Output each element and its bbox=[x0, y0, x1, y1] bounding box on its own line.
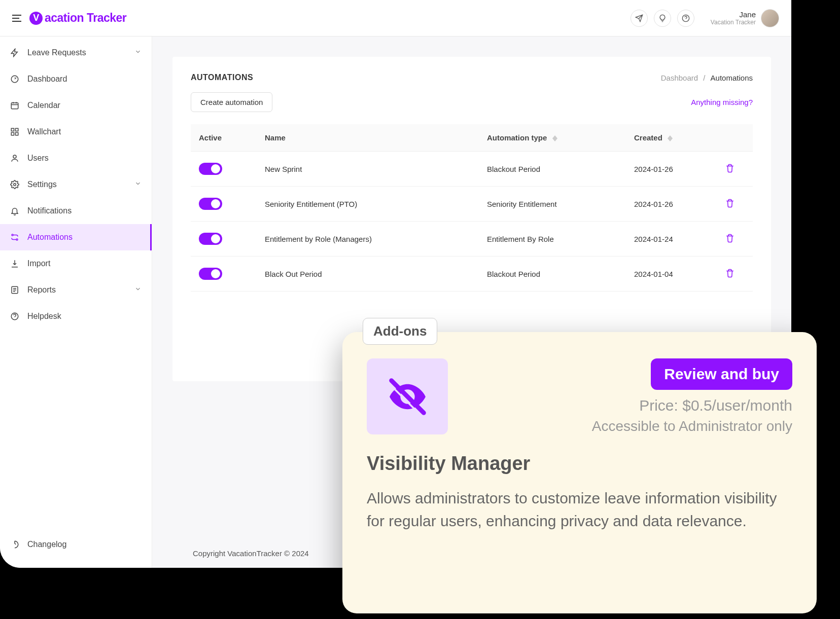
sidebar-item-import[interactable]: Import bbox=[0, 250, 152, 277]
delete-button[interactable] bbox=[725, 271, 734, 279]
active-toggle[interactable] bbox=[199, 163, 222, 175]
menu-toggle-button[interactable] bbox=[12, 13, 22, 23]
addon-icon-box bbox=[367, 358, 448, 434]
sidebar-item-label: Dashboard bbox=[27, 75, 67, 84]
sort-icon bbox=[552, 135, 557, 141]
sidebar-item-calendar[interactable]: Calendar bbox=[0, 92, 152, 119]
chevron-down-icon bbox=[134, 48, 142, 57]
page-title: AUTOMATIONS bbox=[191, 73, 253, 82]
bulb-icon bbox=[658, 14, 667, 22]
sidebar-item-automations[interactable]: Automations bbox=[0, 224, 152, 250]
svg-point-8 bbox=[14, 184, 16, 186]
table-row: New SprintBlackout Period2024-01-26 bbox=[191, 152, 753, 187]
sidebar-item-helpdesk[interactable]: Helpdesk bbox=[0, 303, 152, 330]
avatar bbox=[761, 9, 779, 27]
lightning-icon bbox=[10, 48, 19, 57]
sidebar-item-label: Users bbox=[27, 154, 49, 163]
help-button[interactable] bbox=[677, 10, 694, 27]
anything-missing-link[interactable]: Anything missing? bbox=[691, 98, 753, 106]
nav-list: Leave Requests Dashboard Calendar Wallch… bbox=[0, 37, 152, 526]
trash-icon bbox=[725, 164, 734, 173]
idea-button[interactable] bbox=[654, 10, 671, 27]
sidebar-item-dashboard[interactable]: Dashboard bbox=[0, 66, 152, 92]
sidebar-item-label: Calendar bbox=[27, 101, 60, 110]
sidebar-item-label: Reports bbox=[27, 285, 56, 295]
brand-logo[interactable]: Vacation Tracker bbox=[29, 11, 126, 25]
cell-name: Black Out Period bbox=[257, 257, 479, 292]
bell-icon bbox=[10, 206, 19, 215]
th-name[interactable]: Name bbox=[257, 124, 479, 152]
addon-card: Add-ons Review and buy Price: $0.5/user/… bbox=[342, 332, 817, 613]
cell-created: 2024-01-26 bbox=[626, 187, 717, 222]
sidebar-item-users[interactable]: Users bbox=[0, 145, 152, 171]
active-toggle[interactable] bbox=[199, 268, 222, 280]
create-automation-button[interactable]: Create automation bbox=[191, 92, 272, 112]
sidebar-item-notifications[interactable]: Notifications bbox=[0, 198, 152, 224]
review-and-buy-button[interactable]: Review and buy bbox=[651, 358, 792, 390]
cell-created: 2024-01-24 bbox=[626, 222, 717, 257]
cell-type: Blackout Period bbox=[479, 257, 626, 292]
sidebar-item-label: Wallchart bbox=[27, 127, 61, 136]
svg-point-9 bbox=[12, 234, 13, 236]
sidebar-item-leave-requests[interactable]: Leave Requests bbox=[0, 40, 152, 66]
breadcrumb-root[interactable]: Dashboard bbox=[661, 74, 698, 82]
table-row: Seniority Entitlement (PTO)Seniority Ent… bbox=[191, 187, 753, 222]
addon-description: Allows administrators to customize leave… bbox=[367, 487, 792, 532]
cell-name: Entitlement by Role (Managers) bbox=[257, 222, 479, 257]
gear-icon bbox=[10, 180, 19, 189]
gauge-icon bbox=[10, 75, 19, 84]
delete-button[interactable] bbox=[725, 201, 734, 209]
addon-price: Price: $0.5/user/month bbox=[592, 397, 792, 414]
table-row: Black Out PeriodBlackout Period2024-01-0… bbox=[191, 257, 753, 292]
sidebar-item-changelog[interactable]: Changelog bbox=[0, 531, 152, 558]
paper-plane-icon bbox=[635, 14, 643, 22]
sort-icon bbox=[668, 135, 673, 141]
addon-title: Visibility Manager bbox=[367, 453, 792, 475]
th-active[interactable]: Active bbox=[191, 124, 257, 152]
addon-access: Accessible to Administrator only bbox=[592, 418, 792, 434]
th-created[interactable]: Created bbox=[626, 124, 717, 152]
sidebar-item-label: Leave Requests bbox=[27, 48, 86, 57]
svg-rect-3 bbox=[11, 128, 14, 131]
th-type[interactable]: Automation type bbox=[479, 124, 626, 152]
eye-off-icon bbox=[386, 375, 429, 418]
user-subtitle: Vacation Tracker bbox=[711, 19, 756, 26]
brand-text: acation Tracker bbox=[45, 11, 126, 25]
table-row: Entitlement by Role (Managers)Entitlemen… bbox=[191, 222, 753, 257]
helpdesk-icon bbox=[10, 312, 19, 321]
delete-button[interactable] bbox=[725, 236, 734, 244]
grid-icon bbox=[10, 127, 19, 136]
sidebar-item-label: Notifications bbox=[27, 206, 72, 215]
sidebar-item-settings[interactable]: Settings bbox=[0, 171, 152, 198]
sidebar-item-label: Changelog bbox=[27, 540, 66, 549]
sidebar-item-label: Helpdesk bbox=[27, 312, 61, 321]
logo-badge-icon: V bbox=[29, 12, 43, 25]
cell-type: Seniority Entitlement bbox=[479, 187, 626, 222]
user-menu[interactable]: Jane Vacation Tracker bbox=[711, 9, 779, 27]
user-name: Jane bbox=[711, 10, 756, 19]
svg-point-7 bbox=[13, 155, 16, 158]
changelog-icon bbox=[10, 540, 19, 549]
sidebar-item-label: Settings bbox=[27, 180, 57, 189]
cell-name: New Sprint bbox=[257, 152, 479, 187]
breadcrumb-current: Automations bbox=[711, 74, 753, 82]
announce-button[interactable] bbox=[631, 10, 648, 27]
chevron-down-icon bbox=[134, 285, 142, 295]
cell-type: Entitlement By Role bbox=[479, 222, 626, 257]
active-toggle[interactable] bbox=[199, 233, 222, 245]
automation-icon bbox=[10, 233, 19, 242]
svg-rect-5 bbox=[11, 133, 14, 135]
svg-rect-6 bbox=[16, 133, 18, 135]
cell-created: 2024-01-04 bbox=[626, 257, 717, 292]
cell-created: 2024-01-26 bbox=[626, 152, 717, 187]
automations-table: Active Name Automation type bbox=[191, 124, 753, 292]
sidebar-item-reports[interactable]: Reports bbox=[0, 277, 152, 303]
calendar-icon bbox=[10, 101, 19, 110]
sidebar: Leave Requests Dashboard Calendar Wallch… bbox=[0, 37, 152, 568]
question-icon bbox=[682, 14, 690, 22]
sidebar-item-label: Import bbox=[27, 259, 50, 268]
delete-button[interactable] bbox=[725, 166, 734, 174]
active-toggle[interactable] bbox=[199, 198, 222, 210]
sidebar-item-wallchart[interactable]: Wallchart bbox=[0, 119, 152, 145]
reports-icon bbox=[10, 285, 19, 295]
